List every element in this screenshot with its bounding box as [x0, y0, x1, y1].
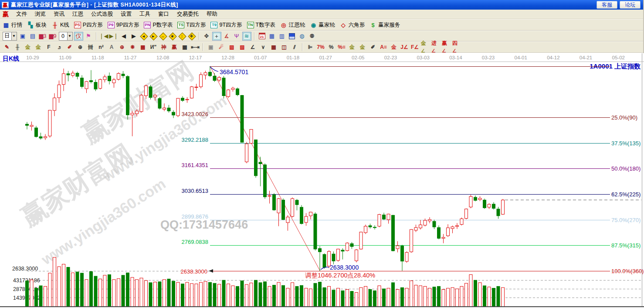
- draw-tool-marker-pen[interactable]: ✐: [65, 43, 75, 52]
- menu-item-trade-entrust[interactable]: 交易委托: [173, 10, 203, 19]
- draw-tool-fan-a[interactable]: A: [107, 43, 116, 52]
- toolbar-button-t-square[interactable]: TST四方形: [177, 21, 206, 29]
- draw-tool-f-ruler[interactable]: F: [44, 43, 54, 52]
- draw-tool-parallel-lines[interactable]: ⫽: [290, 43, 299, 52]
- draw-tool-box-tool[interactable]: ▣: [206, 43, 216, 52]
- toolbar-button-diamond-compress-v[interactable]: ✛: [187, 32, 196, 41]
- toolbar-button-diamond-expand-h[interactable]: ↔: [159, 32, 167, 41]
- menu-item-window[interactable]: 窗口: [154, 10, 173, 19]
- toolbar-button-p-number-table[interactable]: PNP数字表: [144, 21, 173, 29]
- toolbar-button-panel-layout[interactable]: ▣: [18, 32, 27, 41]
- toolbar-button-calculator[interactable]: ▦: [268, 32, 277, 41]
- chevron-down-icon[interactable]: ▼: [68, 32, 73, 41]
- menu-item-news[interactable]: 资讯: [50, 10, 68, 19]
- draw-tool-a-lines[interactable]: A≡: [379, 43, 388, 52]
- candle-width-dropdown[interactable]: 0▼: [59, 32, 73, 41]
- menu-item-tools[interactable]: 工具: [136, 10, 154, 19]
- menu-item-browse[interactable]: 浏览: [31, 10, 50, 19]
- draw-tool-f-angle[interactable]: F∠: [410, 43, 420, 52]
- forum-button[interactable]: 论坛: [620, 1, 641, 9]
- draw-tool-spiral[interactable]: ೨: [54, 43, 64, 52]
- draw-tool-win-grid[interactable]: 赢: [169, 43, 179, 52]
- toolbar-button-step-forward[interactable]: ▶: [129, 32, 139, 41]
- draw-tool-percent[interactable]: %: [326, 43, 336, 52]
- draw-tool-gold-lines[interactable]: 金: [358, 43, 367, 52]
- customer-service-button[interactable]: 客服: [597, 1, 617, 9]
- draw-tool-gann-target[interactable]: ⊕: [117, 43, 127, 52]
- toolbar-button-t-number-table[interactable]: TNT数字表: [247, 21, 275, 29]
- toolbar-button-chart-style-3[interactable]: ▆3: [38, 32, 47, 41]
- draw-tool-gann-web[interactable]: ❋: [128, 43, 137, 52]
- menu-item-settings[interactable]: 设置: [117, 10, 136, 19]
- draw-tool-j-angle[interactable]: J∠: [400, 43, 409, 52]
- draw-tool-ray-fan[interactable]: ☄: [217, 43, 226, 52]
- draw-tool-win-angle[interactable]: 赢∠: [441, 43, 451, 52]
- draw-tool-grid-shift[interactable]: ◫: [279, 43, 289, 52]
- toolbar-button-hexagon[interactable]: ◇六角形: [340, 21, 365, 29]
- draw-tool-gold-angle[interactable]: 金∠: [420, 43, 430, 52]
- draw-tool-v-lines[interactable]: ∨: [258, 43, 268, 52]
- toolbar-button-gann-flower[interactable]: Ψ: [232, 32, 241, 41]
- draw-tool-angle-fan[interactable]: ∠: [248, 43, 258, 52]
- toolbar-button-wave-tool[interactable]: ≋: [242, 32, 251, 41]
- menu-item-gann[interactable]: 江恩: [68, 10, 87, 19]
- toolbar-button-jump-first[interactable]: ❘◀: [99, 32, 108, 41]
- toolbar-button-jump-last[interactable]: ▶❘: [109, 32, 119, 41]
- draw-tool-gold-ruler-2[interactable]: 金: [34, 43, 43, 52]
- toolbar-button-crosshair[interactable]: ＋: [212, 32, 221, 41]
- draw-tool-gold-red-lines[interactable]: 金: [389, 43, 399, 52]
- toolbar-button-9t-square[interactable]: T99T四方形: [210, 21, 242, 29]
- toolbar-button-diamond-expand-v[interactable]: ↕: [178, 32, 186, 41]
- toolbar-button-pan-hand[interactable]: ✥: [202, 32, 211, 41]
- toolbar-button-quotes[interactable]: ▦行情: [3, 21, 22, 29]
- toolbar-button-angle-measure[interactable]: ∡: [222, 32, 231, 41]
- toolbar-button-flag-marker[interactable]: ⚑: [84, 32, 93, 41]
- toolbar-button-winner-wheel[interactable]: ◉赢家轮: [310, 21, 335, 29]
- toolbar-button-overlay-toggle[interactable]: 仪: [74, 32, 83, 41]
- kline-chart-svg[interactable]: 赢家财富网www.yingjia360.com赢家财富网www.yingjia3…: [0, 53, 644, 308]
- draw-tool-percent-7[interactable]: 7%: [316, 43, 325, 52]
- draw-tool-four-angle[interactable]: 四∠: [452, 43, 461, 52]
- draw-tool-gold-circle[interactable]: 金: [347, 43, 357, 52]
- period-day-dropdown[interactable]: 日▼: [3, 32, 17, 41]
- draw-tool-gold-ruler-1[interactable]: 金: [23, 43, 33, 52]
- toolbar-button-diamond-scroll-left[interactable]: ◂: [139, 32, 148, 41]
- draw-tool-grid-123[interactable]: ▦: [180, 43, 190, 52]
- draw-tool-stats-bars[interactable]: ⊫: [305, 43, 315, 52]
- draw-tool-shen-grid[interactable]: 神: [159, 43, 169, 52]
- chart-area[interactable]: 赢家财富网www.yingjia360.com赢家财富网www.yingjia3…: [0, 53, 644, 308]
- toolbar-button-web-export[interactable]: ◍: [298, 32, 307, 41]
- toolbar-button-diamond-scroll-right[interactable]: ▸: [149, 32, 158, 41]
- toolbar-button-gann-wheel[interactable]: ◎江恩轮: [280, 21, 305, 29]
- toolbar-button-step-back[interactable]: ◀: [119, 32, 129, 41]
- draw-tool-gann-ruler[interactable]: ╫: [13, 43, 22, 52]
- draw-tool-web-red-2[interactable]: ▧: [237, 43, 247, 52]
- toolbar-button-info-panel[interactable]: ▤: [28, 32, 37, 41]
- draw-tool-jin-angle[interactable]: 进∠: [431, 43, 441, 52]
- toolbar-button-p-square[interactable]: PSP四方形: [74, 21, 103, 29]
- draw-tool-quote-mark[interactable]: И": [149, 43, 158, 52]
- draw-tool-web-red-1[interactable]: ▨: [227, 43, 237, 52]
- draw-tool-tick-ruler[interactable]: 卌: [86, 43, 95, 52]
- draw-tool-gann-clock[interactable]: ⊕: [75, 43, 85, 52]
- toolbar-button-winner-service[interactable]: $赢家服务: [369, 21, 400, 29]
- toolbar-button-9p-square[interactable]: P99P四方形: [108, 21, 139, 29]
- toolbar-button-diamond-compress-h[interactable]: ∗: [168, 32, 177, 41]
- draw-tool-brush[interactable]: ✎: [2, 43, 12, 52]
- draw-tool-grid-dark[interactable]: ▦: [269, 43, 278, 52]
- toolbar-button-notepad[interactable]: ▥: [278, 32, 287, 41]
- toolbar-button-remote-user[interactable]: ⚉: [308, 32, 317, 41]
- toolbar-button-save[interactable]: [288, 32, 297, 41]
- toolbar-button-kline[interactable]: ╫K线: [51, 21, 69, 29]
- toolbar-button-chart-style-9[interactable]: ▆9: [48, 32, 58, 41]
- toolbar-button-sectors[interactable]: ▚板块: [27, 21, 47, 29]
- draw-tool-pen-bars[interactable]: ✐: [368, 43, 378, 52]
- toolbar-button-calendar[interactable]: 21: [258, 32, 267, 41]
- draw-tool-web-box[interactable]: ▩: [138, 43, 148, 52]
- menu-item-file[interactable]: 文件: [12, 10, 31, 19]
- chevron-down-icon[interactable]: ▼: [12, 32, 17, 41]
- draw-tool-n2-ruler[interactable]: n²: [96, 43, 106, 52]
- draw-tool-span-arrow[interactable]: ⇤⇥: [190, 43, 200, 52]
- menu-item-help[interactable]: 帮助: [203, 10, 221, 19]
- menu-item-formula-stock-pick[interactable]: 公式选股: [87, 10, 117, 19]
